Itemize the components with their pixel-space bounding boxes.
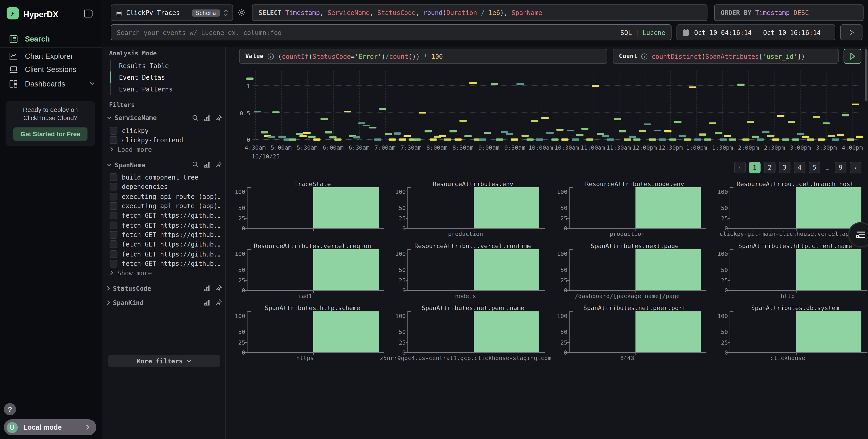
filter-chart-icon[interactable] (204, 159, 210, 170)
filter-group-servicename[interactable]: ServiceName (107, 113, 222, 123)
filter-search-icon[interactable] (192, 113, 199, 123)
checkbox[interactable] (110, 260, 117, 267)
local-mode-button[interactable]: U Local mode (4, 419, 96, 435)
mini-chart[interactable]: ResourceAttribu..cel.branch_host10050250… (713, 180, 863, 238)
checkbox[interactable] (110, 193, 117, 200)
page-button-9[interactable]: 9 (835, 162, 846, 173)
filter-pin-icon[interactable] (215, 283, 222, 293)
filter-option-row[interactable]: fetch GET https://github.… (110, 250, 220, 258)
filter-option-row[interactable]: fetch GET https://github.… (110, 211, 220, 220)
filter-group-statuscode[interactable]: StatusCode (107, 283, 222, 293)
filter-search-icon[interactable] (192, 159, 199, 170)
sidebar-item-search[interactable]: Search (0, 32, 102, 46)
count-expression-input[interactable]: Count countDistinct(SpanAttributes['user… (613, 49, 839, 64)
run-search-button[interactable] (840, 24, 863, 40)
filter-pin-icon[interactable] (215, 113, 222, 123)
filter-show-more-button[interactable]: Show more (110, 269, 152, 277)
checkbox[interactable] (110, 221, 117, 229)
sidebar-item-client-sessions[interactable]: Client Sessions (0, 62, 102, 76)
checkbox[interactable] (110, 202, 117, 210)
checkbox[interactable] (110, 136, 117, 144)
checkbox[interactable] (110, 240, 117, 248)
date-range-picker[interactable]: Oct 10 04:16:14 - Oct 10 16:16:14 (677, 24, 835, 40)
checkbox[interactable] (110, 212, 117, 220)
collapse-sidebar-icon[interactable] (84, 9, 93, 21)
filter-option-row[interactable]: build component tree (110, 173, 220, 182)
chart-vgridline (359, 71, 360, 140)
filter-group-spanname[interactable]: SpanName (107, 160, 222, 170)
chart-x-tick-label: 4:30am (245, 144, 266, 150)
mini-chart-y-tickmark (567, 342, 570, 343)
mini-chart[interactable]: SpanAttributes.http.scheme10050250https (230, 304, 380, 362)
sidebar-item-chart-explorer[interactable]: Chart Explorer (0, 49, 102, 63)
search-icon (192, 114, 199, 121)
filter-pin-icon[interactable] (215, 159, 222, 170)
event-deltas-chart[interactable] (248, 71, 861, 140)
page-next-button[interactable]: › (849, 162, 861, 173)
filter-option-row[interactable]: executing api route (app)… (110, 192, 220, 201)
mini-chart[interactable]: ResourceAttributes.vercel.region10050250… (230, 243, 380, 300)
mini-chart[interactable]: ResourceAttributes.env10050250production (391, 180, 540, 238)
filter-option-row[interactable]: executing api route (app)… (110, 202, 220, 210)
mini-chart-y-tick-label: 100 (395, 312, 406, 319)
filter-option-row[interactable]: fetch GET https://github.… (110, 221, 220, 230)
checkbox[interactable] (110, 127, 117, 135)
page-button-2[interactable]: 2 (764, 162, 775, 173)
value-expression-input[interactable]: Value (countIf(StatusCode='Error')/count… (239, 49, 607, 64)
mini-chart[interactable]: SpanAttributes.next.page10050250/dashboa… (552, 243, 702, 300)
checkbox[interactable] (110, 250, 117, 258)
code-token: * (420, 53, 432, 60)
filter-chart-icon[interactable] (204, 283, 210, 293)
mini-chart[interactable]: TraceState10050250 (230, 180, 380, 238)
mini-chart[interactable]: SpanAttributes.net.peer.name10050250z5nr… (391, 304, 540, 362)
filter-option-row[interactable]: clickpy (110, 126, 220, 135)
gear-icon[interactable] (238, 8, 246, 19)
page-button-4[interactable]: 4 (794, 162, 805, 173)
filter-option-row[interactable]: fetch GET https://github.… (110, 259, 220, 268)
database-icon (116, 9, 122, 16)
source-select[interactable]: ClickPy Traces Schema (111, 4, 233, 21)
filter-group-spankind[interactable]: SpanKind (107, 298, 222, 308)
run-chart-button[interactable] (844, 49, 861, 64)
page-button-5[interactable]: 5 (809, 162, 820, 173)
mini-chart[interactable]: ResourceAttribu...vercel.runtime10050250… (391, 243, 540, 300)
mini-chart[interactable]: SpanAttributes.http.client.name10050250h… (713, 243, 863, 300)
chart-x-tick-label: 9:00am (478, 144, 499, 150)
sql-select-input[interactable]: SELECT Timestamp, ServiceName, StatusCod… (252, 4, 707, 21)
chart-point (309, 136, 316, 138)
order-by-input[interactable]: ORDER BY Timestamp DESC (714, 4, 864, 21)
code-token: 1e6 (489, 9, 500, 17)
filter-chart-icon[interactable] (204, 113, 210, 123)
analysis-mode-event-deltas[interactable]: Event Deltas (110, 71, 221, 83)
mini-chart-y-tickmark (728, 316, 730, 316)
analysis-mode-results-table[interactable]: Results Table (110, 60, 221, 71)
page-button-1[interactable]: 1 (749, 162, 761, 173)
filter-option-row[interactable]: fetch GET https://github.… (110, 231, 220, 239)
filter-option-row[interactable]: dependencies (110, 183, 220, 191)
code-token: countIf (282, 53, 309, 60)
filter-option-row[interactable]: fetch GET https://github.… (110, 240, 220, 248)
chart-point (379, 108, 386, 110)
chart-point (772, 139, 779, 141)
mini-chart[interactable]: SpanAttributes.net.peer.port100502508443 (552, 304, 702, 362)
page-prev-button[interactable]: ‹ (734, 162, 745, 173)
sidebar-item-dashboards[interactable]: Dashboards (0, 77, 102, 91)
search-input[interactable]: Search your events w/ Lucene ex. column:… (111, 24, 672, 40)
page-button-3[interactable]: 3 (779, 162, 790, 173)
filter-load-more-button[interactable]: Load more (110, 146, 152, 153)
checkbox[interactable] (110, 173, 117, 181)
checkbox[interactable] (110, 231, 117, 239)
sql-mode-toggle[interactable]: SQL (620, 29, 632, 36)
scrollbar-thumb[interactable] (865, 49, 868, 101)
help-button[interactable]: ? (4, 403, 16, 415)
checkbox[interactable] (110, 183, 117, 191)
analysis-mode-event-patterns[interactable]: Event Patterns (110, 83, 221, 95)
lucene-mode-toggle[interactable]: Lucene (643, 29, 665, 36)
chart-x-tick-label: 2:00pm (738, 144, 759, 150)
mini-chart-plot (569, 187, 701, 228)
mini-chart[interactable]: SpanAttributes.db.system10050250clickhou… (713, 304, 863, 362)
chart-vgridline (671, 71, 671, 140)
mini-chart[interactable]: ResourceAttributes.node.env10050250produ… (552, 180, 702, 238)
filter-option-row[interactable]: clickpy-frontend (110, 136, 220, 144)
get-started-button[interactable]: Get Started for Free (13, 127, 88, 141)
